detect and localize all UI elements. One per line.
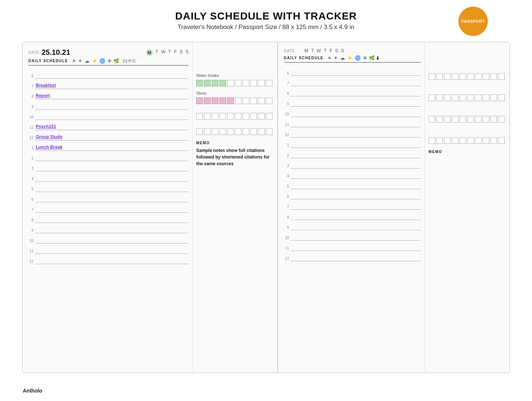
hour-8b: 8 <box>28 219 34 223</box>
right-tracker-col: MEMO <box>425 42 510 373</box>
r-day-sat: S <box>335 48 338 53</box>
sleep-cell-2 <box>204 97 211 104</box>
rg4-c9 <box>490 137 497 144</box>
r-grid-1 <box>429 73 505 80</box>
time-row-2: 2 <box>28 151 189 161</box>
rg3-c10 <box>498 116 505 123</box>
day-fri: F <box>174 49 177 56</box>
hour-6a: 6 <box>28 74 34 79</box>
rg2-c9 <box>490 95 497 101</box>
right-weather-icons: ☀ ☀ ☁ ⚡ 🌀 ❄ 🌿 <box>327 55 376 61</box>
rg4-c10 <box>498 137 505 144</box>
r-day-sun: S <box>341 48 344 53</box>
sleep-cell-9 <box>258 97 265 104</box>
left-memo-label: MEMO <box>196 141 273 145</box>
water-cell-6 <box>235 80 242 86</box>
r-hour-11b: 11 <box>284 246 289 251</box>
r-hour-8: 8 <box>284 92 289 96</box>
brand-label: Antholo <box>23 388 42 394</box>
water-cell-2 <box>204 80 211 86</box>
extra2-cell-9 <box>258 128 265 135</box>
hour-11: 11 <box>28 126 34 130</box>
time-row-8: 8 Report <box>28 89 189 99</box>
sleep-cell-10 <box>266 97 272 104</box>
water-cell-5 <box>227 80 234 86</box>
sleep-cell-5 <box>227 97 234 104</box>
left-temp: 21°F°C <box>123 59 136 63</box>
time-row-12b: 12 <box>28 254 189 264</box>
rg2-c5 <box>459 95 466 101</box>
r-time-row-12b: 12 <box>284 251 421 261</box>
rg2-c3 <box>444 95 451 101</box>
time-row-8b: 8 <box>28 213 189 223</box>
right-memo-label: MEMO <box>429 150 505 154</box>
r-hour-4: 4 <box>284 174 289 179</box>
rg3-c3 <box>444 116 451 123</box>
r-time-row-12: 12 <box>284 127 421 138</box>
rg3-c7 <box>475 116 482 123</box>
passport-badge: PASSPORT <box>458 7 488 36</box>
extra2-cell-6 <box>235 128 242 135</box>
water-cell-8 <box>250 80 257 86</box>
rg3-c5 <box>459 116 466 123</box>
left-days-row: M T W T F S S <box>146 49 189 56</box>
time-row-4: 4 <box>28 171 189 182</box>
time-row-10: 10 <box>28 110 189 120</box>
rg1-c2 <box>436 73 443 80</box>
r-grid-3 <box>429 116 505 123</box>
left-date-value: 25.10.21 <box>42 48 70 57</box>
r-time-row-9: 9 <box>284 96 421 107</box>
r-time-row-11b: 11 <box>284 241 421 251</box>
r-day-fri: F <box>330 48 332 53</box>
extra2-cell-4 <box>219 128 226 135</box>
r-time-row-5: 5 <box>284 179 421 189</box>
time-row-9: 9 <box>28 99 189 110</box>
r-time-row-8b: 8 <box>284 210 421 220</box>
extra2-cell-8 <box>250 128 257 135</box>
r-hour-12: 12 <box>284 133 289 138</box>
rg4-c8 <box>483 137 489 144</box>
left-weather-icons: ☀ ☀ ☁ ⚡ 🌀 ❄ 🌿 <box>72 58 120 64</box>
extra2-cell-1 <box>196 128 203 135</box>
day-sun: S <box>186 49 189 56</box>
left-schedule-label-row: DAILY SCHEDULE ☀ ☀ ☁ ⚡ 🌀 ❄ 🌿 21°F°C <box>28 58 189 65</box>
sleep-cell-3 <box>212 97 218 104</box>
r-hour-8b: 8 <box>284 216 289 220</box>
rg1-c4 <box>452 73 458 80</box>
rg4-c3 <box>444 137 451 144</box>
time-row-12: 12 Group Study <box>28 130 189 141</box>
rg2-c10 <box>498 95 505 101</box>
r-time-row-7: 7 <box>284 76 421 86</box>
r-line-12b <box>290 261 421 261</box>
hour-7: 7 <box>28 85 34 89</box>
rg2-c1 <box>429 95 435 101</box>
extra2-cell-7 <box>243 128 249 135</box>
rg4-c4 <box>452 137 458 144</box>
rg2-c4 <box>452 95 458 101</box>
sleep-cell-7 <box>243 97 249 104</box>
r-day-mon: M <box>304 48 308 53</box>
sleep-cell-6 <box>235 97 242 104</box>
hour-10: 10 <box>28 116 34 120</box>
hour-3: 3 <box>28 167 34 171</box>
sleep-cell-4 <box>219 97 226 104</box>
left-tracker-col: Water Intake Sleep <box>193 42 277 373</box>
subtitle: Traveler's Notebook / Passport Size / 88… <box>0 24 532 31</box>
r-time-row-11: 11 <box>284 117 421 127</box>
r-time-row-4: 4 <box>284 168 421 179</box>
right-schedule-label-row: DAILY SCHEDULE ☀ ☀ ☁ ⚡ 🌀 ❄ 🌿 🌡 <box>284 55 421 63</box>
r-time-row-10b: 10 <box>284 230 421 241</box>
rg1-c7 <box>475 73 482 80</box>
time-row-9b: 9 <box>28 223 189 233</box>
r-hour-1: 1 <box>284 143 289 148</box>
right-date-label: DATE <box>284 49 295 53</box>
water-cell-9 <box>258 80 265 86</box>
r-hour-9b: 9 <box>284 226 289 230</box>
notebook-area: DATE 25.10.21 M T W T F S S DAILY SCHEDU… <box>22 42 510 373</box>
time-row-11: 11 Psych101 <box>28 120 189 130</box>
left-schedule-col: DATE 25.10.21 M T W T F S S DAILY SCHEDU… <box>22 42 193 373</box>
r-tracker-header-spacer <box>429 48 505 73</box>
hour-12: 12 <box>28 136 34 141</box>
rg3-c6 <box>467 116 474 123</box>
rg4-c2 <box>436 137 443 144</box>
